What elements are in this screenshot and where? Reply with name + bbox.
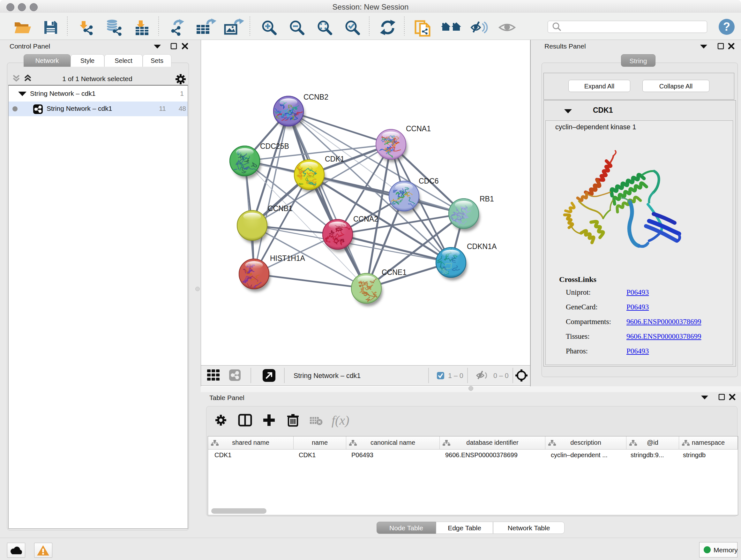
svg-text:CDC25B: CDC25B: [260, 142, 289, 150]
svg-text:CCNA2: CCNA2: [353, 215, 378, 223]
svg-text:CDKN1A: CDKN1A: [467, 242, 497, 251]
svg-text:RB1: RB1: [480, 195, 494, 203]
svg-text:f(x): f(x): [332, 413, 349, 428]
svg-text:CDK1: CDK1: [325, 155, 344, 163]
svg-text:CCNE1: CCNE1: [382, 268, 407, 276]
svg-text:CCNB1: CCNB1: [268, 204, 293, 212]
svg-text:HIST1H1A: HIST1H1A: [270, 254, 306, 262]
svg-text:String Network – cdk1: String Network – cdk1: [293, 372, 360, 380]
svg-text:?: ?: [723, 20, 730, 33]
svg-text:CCNB2: CCNB2: [304, 93, 328, 101]
svg-text:Memory: Memory: [714, 546, 738, 554]
svg-text:CCNA1: CCNA1: [406, 125, 431, 133]
svg-text:1 – 0: 1 – 0: [448, 372, 463, 380]
svg-text:CDC6: CDC6: [419, 177, 439, 185]
svg-text:0 – 0: 0 – 0: [493, 372, 509, 380]
